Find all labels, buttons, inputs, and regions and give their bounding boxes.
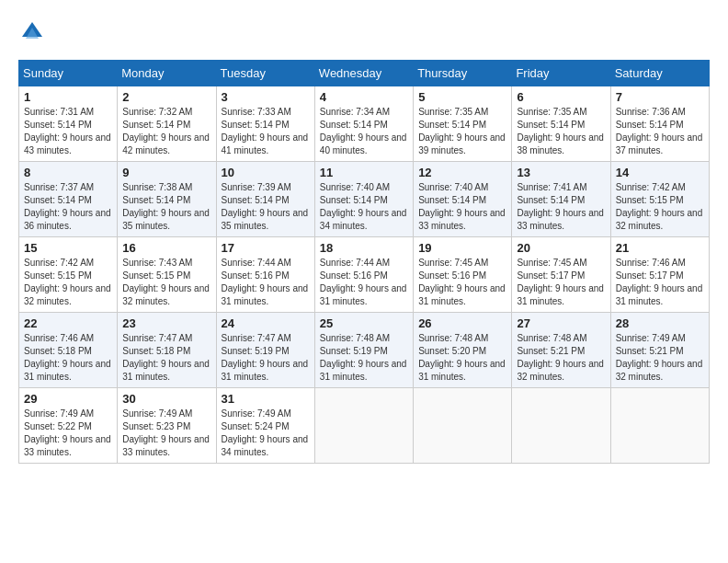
calendar-cell: 22 Sunrise: 7:46 AMSunset: 5:18 PMDaylig… [19, 313, 118, 388]
calendar-cell: 16 Sunrise: 7:43 AMSunset: 5:15 PMDaylig… [118, 237, 216, 313]
day-number: 7 [616, 90, 704, 104]
calendar-week-row: 8 Sunrise: 7:37 AMSunset: 5:14 PMDayligh… [19, 162, 710, 237]
cell-info: Sunrise: 7:46 AMSunset: 5:18 PMDaylight:… [24, 333, 111, 382]
day-number: 29 [24, 392, 112, 406]
calendar-cell: 8 Sunrise: 7:37 AMSunset: 5:14 PMDayligh… [19, 162, 118, 237]
cell-info: Sunrise: 7:49 AMSunset: 5:23 PMDaylight:… [122, 408, 210, 457]
cell-info: Sunrise: 7:40 AMSunset: 5:14 PMDaylight:… [320, 182, 407, 231]
cell-info: Sunrise: 7:38 AMSunset: 5:14 PMDaylight:… [122, 182, 210, 231]
calendar-cell: 14 Sunrise: 7:42 AMSunset: 5:15 PMDaylig… [610, 162, 709, 237]
day-number: 30 [122, 392, 210, 406]
cell-info: Sunrise: 7:49 AMSunset: 5:21 PMDaylight:… [616, 333, 703, 382]
cell-info: Sunrise: 7:33 AMSunset: 5:14 PMDaylight:… [222, 107, 309, 155]
cell-info: Sunrise: 7:36 AMSunset: 5:14 PMDaylight:… [616, 107, 703, 155]
day-number: 13 [517, 166, 605, 179]
calendar-cell: 25 Sunrise: 7:48 AMSunset: 5:19 PMDaylig… [314, 313, 413, 388]
cell-info: Sunrise: 7:46 AMSunset: 5:17 PMDaylight:… [616, 258, 703, 306]
calendar-cell: 23 Sunrise: 7:47 AMSunset: 5:18 PMDaylig… [118, 313, 216, 388]
cell-info: Sunrise: 7:44 AMSunset: 5:16 PMDaylight:… [320, 258, 407, 306]
calendar-cell: 1 Sunrise: 7:31 AMSunset: 5:14 PMDayligh… [19, 86, 118, 162]
calendar-header-thursday: Thursday [414, 61, 512, 86]
day-number: 19 [418, 241, 506, 255]
day-number: 12 [418, 166, 506, 179]
cell-info: Sunrise: 7:37 AMSunset: 5:14 PMDaylight:… [24, 182, 111, 231]
calendar-week-row: 1 Sunrise: 7:31 AMSunset: 5:14 PMDayligh… [19, 86, 710, 162]
day-number: 6 [517, 90, 605, 104]
cell-info: Sunrise: 7:35 AMSunset: 5:14 PMDaylight:… [418, 107, 506, 155]
calendar-header-saturday: Saturday [610, 61, 709, 86]
day-number: 16 [122, 241, 210, 255]
day-number: 24 [222, 316, 310, 330]
cell-info: Sunrise: 7:49 AMSunset: 5:24 PMDaylight:… [222, 408, 309, 457]
calendar-cell: 4 Sunrise: 7:34 AMSunset: 5:14 PMDayligh… [314, 86, 413, 162]
calendar-cell: 11 Sunrise: 7:40 AMSunset: 5:14 PMDaylig… [314, 162, 413, 237]
calendar-cell: 21 Sunrise: 7:46 AMSunset: 5:17 PMDaylig… [610, 237, 709, 313]
calendar-cell: 29 Sunrise: 7:49 AMSunset: 5:22 PMDaylig… [19, 388, 118, 464]
calendar-header-row: SundayMondayTuesdayWednesdayThursdayFrid… [19, 61, 710, 86]
cell-info: Sunrise: 7:32 AMSunset: 5:14 PMDaylight:… [122, 107, 210, 155]
calendar-cell: 10 Sunrise: 7:39 AMSunset: 5:14 PMDaylig… [216, 162, 314, 237]
cell-info: Sunrise: 7:41 AMSunset: 5:14 PMDaylight:… [517, 182, 604, 231]
day-number: 20 [517, 241, 605, 255]
day-number: 2 [122, 90, 210, 104]
day-number: 10 [222, 166, 310, 179]
cell-info: Sunrise: 7:42 AMSunset: 5:15 PMDaylight:… [616, 182, 703, 231]
calendar-cell: 26 Sunrise: 7:48 AMSunset: 5:20 PMDaylig… [414, 313, 512, 388]
day-number: 22 [24, 316, 112, 330]
cell-info: Sunrise: 7:34 AMSunset: 5:14 PMDaylight:… [320, 107, 407, 155]
cell-info: Sunrise: 7:35 AMSunset: 5:14 PMDaylight:… [517, 107, 604, 155]
day-number: 8 [24, 166, 112, 179]
cell-info: Sunrise: 7:48 AMSunset: 5:20 PMDaylight:… [418, 333, 506, 382]
day-number: 27 [517, 316, 605, 330]
calendar-cell [610, 388, 709, 464]
calendar-cell: 5 Sunrise: 7:35 AMSunset: 5:14 PMDayligh… [414, 86, 512, 162]
cell-info: Sunrise: 7:40 AMSunset: 5:14 PMDaylight:… [418, 182, 506, 231]
cell-info: Sunrise: 7:31 AMSunset: 5:14 PMDaylight:… [24, 107, 111, 155]
cell-info: Sunrise: 7:49 AMSunset: 5:22 PMDaylight:… [24, 408, 111, 457]
calendar-header-sunday: Sunday [19, 61, 118, 86]
cell-info: Sunrise: 7:43 AMSunset: 5:15 PMDaylight:… [122, 258, 210, 306]
day-number: 4 [320, 90, 408, 104]
calendar-cell: 24 Sunrise: 7:47 AMSunset: 5:19 PMDaylig… [216, 313, 314, 388]
cell-info: Sunrise: 7:42 AMSunset: 5:15 PMDaylight:… [24, 258, 111, 306]
cell-info: Sunrise: 7:45 AMSunset: 5:17 PMDaylight:… [517, 258, 604, 306]
day-number: 26 [418, 316, 506, 330]
day-number: 17 [222, 241, 310, 255]
day-number: 9 [122, 166, 210, 179]
day-number: 5 [418, 90, 506, 104]
calendar-cell: 17 Sunrise: 7:44 AMSunset: 5:16 PMDaylig… [216, 237, 314, 313]
calendar-cell: 7 Sunrise: 7:36 AMSunset: 5:14 PMDayligh… [610, 86, 709, 162]
calendar-cell: 27 Sunrise: 7:48 AMSunset: 5:21 PMDaylig… [512, 313, 610, 388]
calendar-header-tuesday: Tuesday [216, 61, 314, 86]
cell-info: Sunrise: 7:45 AMSunset: 5:16 PMDaylight:… [418, 258, 506, 306]
day-number: 25 [320, 316, 408, 330]
calendar-week-row: 29 Sunrise: 7:49 AMSunset: 5:22 PMDaylig… [19, 388, 710, 464]
logo [18, 18, 51, 46]
calendar-cell: 13 Sunrise: 7:41 AMSunset: 5:14 PMDaylig… [512, 162, 610, 237]
calendar-week-row: 15 Sunrise: 7:42 AMSunset: 5:15 PMDaylig… [19, 237, 710, 313]
day-number: 1 [24, 90, 112, 104]
calendar-cell: 20 Sunrise: 7:45 AMSunset: 5:17 PMDaylig… [512, 237, 610, 313]
cell-info: Sunrise: 7:48 AMSunset: 5:21 PMDaylight:… [517, 333, 604, 382]
day-number: 18 [320, 241, 408, 255]
cell-info: Sunrise: 7:47 AMSunset: 5:19 PMDaylight:… [222, 333, 309, 382]
calendar-cell: 28 Sunrise: 7:49 AMSunset: 5:21 PMDaylig… [610, 313, 709, 388]
cell-info: Sunrise: 7:44 AMSunset: 5:16 PMDaylight:… [222, 258, 309, 306]
calendar-cell: 9 Sunrise: 7:38 AMSunset: 5:14 PMDayligh… [118, 162, 216, 237]
calendar-header-monday: Monday [118, 61, 216, 86]
calendar-cell [314, 388, 413, 464]
calendar-cell: 2 Sunrise: 7:32 AMSunset: 5:14 PMDayligh… [118, 86, 216, 162]
day-number: 23 [122, 316, 210, 330]
page-header [18, 18, 710, 46]
calendar-cell: 15 Sunrise: 7:42 AMSunset: 5:15 PMDaylig… [19, 237, 118, 313]
calendar-cell: 31 Sunrise: 7:49 AMSunset: 5:24 PMDaylig… [216, 388, 314, 464]
calendar-cell: 3 Sunrise: 7:33 AMSunset: 5:14 PMDayligh… [216, 86, 314, 162]
cell-info: Sunrise: 7:48 AMSunset: 5:19 PMDaylight:… [320, 333, 407, 382]
day-number: 28 [616, 316, 704, 330]
calendar-cell: 19 Sunrise: 7:45 AMSunset: 5:16 PMDaylig… [414, 237, 512, 313]
day-number: 3 [222, 90, 310, 104]
day-number: 31 [222, 392, 310, 406]
calendar-cell: 30 Sunrise: 7:49 AMSunset: 5:23 PMDaylig… [118, 388, 216, 464]
calendar-table: SundayMondayTuesdayWednesdayThursdayFrid… [18, 60, 710, 464]
day-number: 21 [616, 241, 704, 255]
